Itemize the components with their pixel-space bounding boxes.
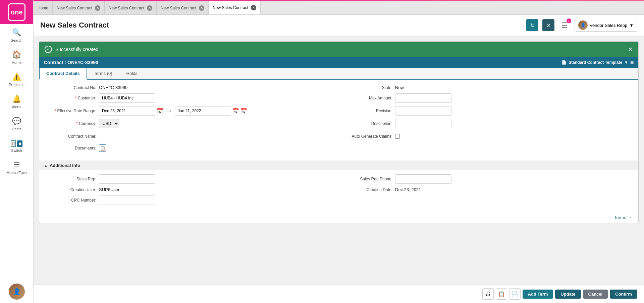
creation-user-label: Creation User: [46,187,96,192]
tab-contract-details[interactable]: Contract Details [39,68,87,80]
calendar-from-icon[interactable]: 📅 [157,108,163,114]
effective-date-label: Effective Date Range: [46,109,96,113]
col-sales-rep-phone: Sales Rep Phone: [342,174,632,184]
sidebar-item-alerts[interactable]: 🔔 Alerts [0,91,33,113]
sales-rep-label: Sales Rep: [46,177,96,181]
doc2-button[interactable]: 📄 [509,288,521,300]
form-row-contract-name: Contract Name: Auto Generate Claims: [46,132,632,141]
sales-rep-input[interactable] [99,174,155,184]
sales-rep-phone-input[interactable] [395,174,451,184]
success-banner-close[interactable]: ✕ [628,46,633,53]
tab-close-icon[interactable]: ✕ [147,5,152,11]
col-customer: Customer: [46,93,335,103]
refresh-button[interactable]: ↻ [526,19,538,31]
date-from-group: 📅 [99,106,163,116]
success-banner: ✓ Successfully created ✕ [39,42,638,57]
sidebar-item-menus[interactable]: ☰ Menus/Favs [0,157,33,179]
sidebar-item-chats[interactable]: 💬 Chats [0,113,33,135]
form-card: ✓ Successfully created ✕ Contract : ONE#… [39,41,639,223]
tab-close-icon[interactable]: ✕ [251,5,256,10]
cancel-button[interactable]: Cancel [583,290,608,299]
form-row-dates: Effective Date Range: 📅 to 📅 📅 [46,106,632,116]
bottom-toolbar: 🖨 📋 📄 Add Term Update Cancel Confirm [34,285,644,303]
state-value: New [395,85,404,90]
cpc-number-label: CPC Number: [46,198,96,203]
tab-close-icon[interactable]: ✕ [95,5,100,11]
doc1-button[interactable]: 📋 [496,288,507,300]
contract-no-value: ONE#C-83990 [99,85,127,90]
content-area: ✓ Successfully created ✕ Contract : ONE#… [34,36,644,285]
terms-link[interactable]: Terms → [614,215,632,220]
sidebar-item-home[interactable]: 🏠 Home [0,46,33,69]
currency-select[interactable]: USD EUR GBP [99,119,119,128]
col-sales-rep: Sales Rep: [46,174,335,184]
auto-generate-checkbox[interactable] [395,134,400,139]
add-term-button[interactable]: Add Term [523,290,553,299]
update-button[interactable]: Update [555,290,581,299]
tab-label: New Sales Contract [109,6,144,10]
cpc-number-input[interactable] [99,196,155,205]
date-to-separator: to [166,109,172,113]
print-icon: 🖨 [485,291,491,297]
col-documents: Documents: 📋 [46,144,335,152]
form-row-sales-rep: Sales Rep: Sales Rep Phone: [46,174,632,184]
tab-terms[interactable]: Terms (0) [87,68,119,79]
additional-info-body: Sales Rep: Sales Rep Phone: Creation Use… [39,170,638,212]
tab-label: New Sales Contract [161,6,196,10]
avatar-circle: 👤 [9,284,25,300]
calendar-action-icon[interactable]: 📅 [240,108,247,114]
tab-holds[interactable]: Holds [119,68,145,79]
revision-input[interactable] [395,106,451,116]
calendar-to-icon[interactable]: 📅 [232,108,239,114]
state-label: State: [342,85,392,90]
tab-label: New Sales Contract [213,5,248,10]
dropdown-chevron-icon: ▼ [629,23,634,28]
close-button[interactable]: ✕ [542,19,554,31]
sidebar-item-switch[interactable]: 📋📋 Switch [0,136,33,157]
tab-close-icon[interactable]: ✕ [199,5,204,11]
tab-2[interactable]: New Sales Contract ✕ [105,1,157,14]
max-amount-label: Max Amount: [342,96,392,100]
sales-rep-phone-label: Sales Rep Phone: [342,177,392,181]
currency-label: Currency: [46,121,96,126]
contract-id-label: Contract : ONE#C-83990 [44,60,98,65]
contract-name-input[interactable] [99,132,155,141]
template-selector[interactable]: 📄 Standard Contract Template ▼ ⊞ [561,60,634,65]
col-description: Description: [342,119,632,128]
main-content: Home New Sales Contract ✕ New Sales Cont… [34,0,644,303]
max-amount-input[interactable] [395,93,451,103]
date-from-input[interactable] [99,106,155,116]
tab-1[interactable]: New Sales Contract ✕ [53,1,105,14]
bell-icon: 🔔 [12,95,21,103]
document-icon[interactable]: 📋 [99,144,106,152]
print-button[interactable]: 🖨 [482,288,494,300]
tab-4-active[interactable]: New Sales Contract ✕ [209,1,261,14]
contract-name-label: Contract Name: [46,134,96,139]
date-to-input[interactable] [175,106,231,116]
form-row-contract-no: Contract No: ONE#C-83990 State: New [46,85,632,90]
col-contract-name: Contract Name: [46,132,335,141]
search-icon: 🔍 [12,28,21,37]
warning-icon: ⚠️ [12,73,21,81]
tab-3[interactable]: New Sales Contract ✕ [157,1,209,14]
terms-link-row[interactable]: Terms → [39,212,638,223]
col-max-amount: Max Amount: [342,93,632,103]
sidebar-item-search[interactable]: 🔍 Search [0,24,33,46]
sidebar-item-problems[interactable]: ⚠️ Problems [0,69,33,91]
documents-label: Documents: [46,146,96,150]
tab-home[interactable]: Home [34,1,53,14]
creation-date-label: Creation Date: [342,187,392,192]
logo-text: one [8,3,25,21]
description-input[interactable] [395,119,451,128]
success-check-icon: ✓ [45,46,52,53]
auto-generate-label: Auto Generate Claims: [342,134,392,139]
form-row-currency: Currency: USD EUR GBP Description: [46,119,632,128]
user-avatar[interactable]: 👤 [9,284,25,300]
confirm-button[interactable]: Confirm [610,290,637,299]
additional-info-section[interactable]: ▲ Additional Info [39,161,638,170]
customer-input[interactable] [99,93,155,103]
sidebar-item-label: Problems [9,83,24,87]
revision-label: Revision: [342,109,392,113]
doc2-icon: 📄 [512,291,518,297]
user-dropdown[interactable]: 👤 Vendor Sales Repp ▼ [575,19,637,32]
